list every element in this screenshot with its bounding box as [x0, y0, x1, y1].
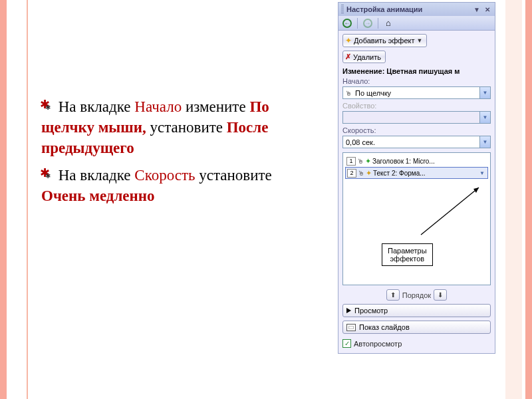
dropdown-arrow-icon[interactable]: ▼: [479, 87, 490, 98]
autopreview-row[interactable]: ✓ Автопросмотр: [342, 339, 491, 348]
change-label: Изменение: Цветная пишущая м: [342, 67, 491, 75]
left-margin-line: [27, 0, 28, 399]
slideshow-label: Показ слайдов: [359, 323, 410, 331]
item-menu-caret-icon[interactable]: ▼: [478, 170, 486, 176]
add-effect-button[interactable]: ✦ Добавить эффект ▼: [342, 34, 427, 47]
speed-field-label: Скорость:: [342, 126, 491, 134]
property-field-label: Свойство:: [342, 102, 491, 110]
panel-body: ✦ Добавить эффект ▼ ✗ Удалить Изменение:…: [338, 31, 495, 353]
text-fragment: установите: [199, 167, 272, 184]
effect-type-icon: ✦: [365, 157, 371, 166]
nav-forward-button[interactable]: →: [361, 17, 374, 29]
toolbar-divider: [357, 18, 358, 29]
instructions-list: На вкладке Начало измените По щелчку мыш…: [41, 96, 317, 213]
keyword-nachalo: Начало: [134, 98, 182, 115]
keyword-skorost: Скорость: [134, 167, 195, 184]
text-fragment: На вкладке: [59, 167, 135, 184]
dropdown-arrow-icon: ▼: [479, 112, 490, 123]
effect-label: Текст 2: Форма...: [373, 170, 477, 177]
remove-x-icon: ✗: [345, 53, 351, 61]
star-icon: ✦: [345, 36, 352, 45]
remove-label: Удалить: [353, 53, 381, 61]
bullet-star-icon: [41, 168, 52, 179]
panel-title-bar[interactable]: Настройка анимации ▼ ✕: [338, 3, 495, 16]
callout-arrow-icon: [404, 186, 484, 239]
slideshow-button[interactable]: Показ слайдов: [342, 321, 491, 334]
effect-label: Заголовок 1: Micro...: [372, 158, 487, 165]
instruction-item: На вкладке Скорость установите Очень мед…: [41, 165, 317, 206]
keyword-ochen-medlenno: Очень медленно: [41, 188, 155, 204]
effect-number-badge: 1: [346, 157, 356, 166]
mouse-icon: [357, 158, 364, 165]
dropdown-arrow-icon[interactable]: ▼: [479, 136, 490, 148]
effects-list: 1 ✦ Заголовок 1: Micro... 2 ✦ Текст 2: Ф…: [342, 152, 491, 285]
panel-menu-caret-icon[interactable]: ▼: [472, 5, 481, 14]
reorder-label: Порядок: [402, 291, 431, 299]
panel-close-icon[interactable]: ✕: [483, 5, 492, 14]
effect-list-item[interactable]: 1 ✦ Заголовок 1: Micro...: [345, 155, 488, 167]
right-margin-strip: [505, 0, 522, 399]
reorder-down-button[interactable]: ⬇: [434, 289, 447, 301]
effect-number-badge: 2: [347, 169, 356, 178]
panel-title: Настройка анимации: [346, 5, 422, 13]
effect-list-item-selected[interactable]: 2 ✦ Текст 2: Форма... ▼: [345, 167, 488, 179]
callout-line2: эффектов: [388, 255, 427, 263]
callout-box: Параметры эффектов: [382, 243, 433, 266]
mouse-icon: [343, 89, 354, 97]
text-fragment: На вкладке: [59, 98, 135, 115]
text-fragment: установите: [150, 119, 226, 136]
start-value: По щелчку: [354, 89, 479, 97]
grip-icon: [341, 5, 344, 14]
preview-button[interactable]: Просмотр: [342, 304, 491, 317]
speed-dropdown[interactable]: 0,08 сек. ▼: [342, 136, 491, 148]
panel-toolbar: ← → ⌂: [338, 16, 495, 31]
reorder-row: ⬆ Порядок ⬇: [342, 289, 491, 301]
svg-line-0: [421, 188, 479, 235]
text-fragment: измените: [186, 98, 249, 115]
speed-value: 0,08 сек.: [343, 138, 479, 146]
callout-line1: Параметры: [388, 247, 427, 255]
autopreview-label: Автопросмотр: [354, 340, 402, 348]
reorder-up-button[interactable]: ⬆: [386, 289, 400, 301]
start-field-label: Начало:: [342, 77, 491, 85]
nav-home-button[interactable]: ⌂: [382, 17, 395, 29]
bullet-star-icon: [41, 100, 52, 110]
remove-effect-button[interactable]: ✗ Удалить: [342, 51, 386, 63]
svg-marker-1: [473, 188, 479, 193]
dropdown-caret-icon: ▼: [416, 37, 422, 44]
toolbar-divider: [378, 18, 378, 29]
mouse-icon: [358, 170, 364, 177]
slideshow-icon: [346, 324, 356, 331]
animation-panel: Настройка анимации ▼ ✕ ← → ⌂ ✦ Добавить …: [338, 2, 495, 354]
preview-label: Просмотр: [354, 307, 388, 315]
checkbox-checked-icon[interactable]: ✓: [342, 339, 351, 348]
slide-frame: На вкладке Начало измените По щелчку мыш…: [0, 0, 532, 399]
effect-type-icon: ✦: [366, 169, 372, 178]
nav-back-button[interactable]: ←: [340, 17, 354, 29]
instruction-item: На вкладке Начало измените По щелчку мыш…: [41, 96, 317, 158]
start-dropdown[interactable]: По щелчку ▼: [342, 86, 491, 99]
add-effect-label: Добавить эффект: [354, 37, 414, 45]
property-dropdown: ▼: [342, 111, 491, 124]
play-icon: [346, 308, 351, 313]
